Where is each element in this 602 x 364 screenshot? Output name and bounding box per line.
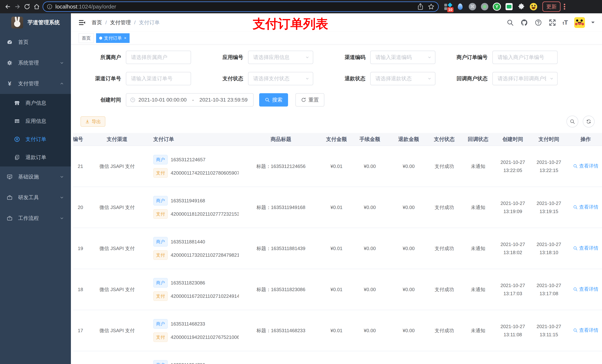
sidebar-item-pay-order[interactable]: 支付订单 bbox=[0, 130, 71, 148]
sidebar-item-payment[interactable]: ¥ 支付管理 bbox=[0, 73, 71, 94]
col-order: 支付订单 bbox=[148, 136, 239, 143]
cell-refund: ¥0.00 bbox=[390, 287, 428, 292]
url-text[interactable]: localhost:1024/pay/order bbox=[55, 3, 413, 10]
table-header: 编号 支付渠道 支付订单 商品标题 支付金额 手续金额 退款金额 支付状态 回调… bbox=[73, 133, 602, 146]
merchant-input[interactable] bbox=[126, 51, 191, 64]
cell-actions: 查看详情 bbox=[567, 163, 602, 170]
app-select[interactable] bbox=[248, 51, 313, 64]
cell-id: 21 bbox=[73, 164, 86, 169]
cell-actions: 查看详情 bbox=[567, 286, 602, 293]
cell-paid-time: 2021-10-2713:17:08 bbox=[530, 281, 567, 298]
url-bar[interactable]: localhost:1024/pay/order bbox=[43, 1, 439, 12]
channel-order-no: 4200001194202110276752100612 bbox=[171, 334, 239, 340]
col-refund: 退款金额 bbox=[390, 136, 428, 143]
share-icon[interactable] bbox=[417, 3, 424, 10]
table-row: 20 微信 JSAPI 支付 商户 1635311949168 支付 42000… bbox=[73, 187, 602, 228]
cell-fee: ¥0.00 bbox=[350, 205, 390, 210]
magnifier-icon bbox=[573, 287, 578, 292]
chevron-down-icon bbox=[59, 216, 64, 221]
view-detail-link[interactable]: 查看详情 bbox=[573, 204, 599, 210]
reload-icon[interactable] bbox=[22, 2, 32, 11]
channel-code-select[interactable] bbox=[370, 51, 435, 64]
cell-pay-status: 支付成功 bbox=[428, 286, 461, 293]
tag-home[interactable]: 首页 bbox=[79, 33, 94, 43]
briefcase-icon bbox=[7, 195, 13, 200]
chevron-down-icon bbox=[59, 174, 64, 179]
merchant-tag: 商户 bbox=[153, 237, 168, 247]
sidebar-item-merchant-info[interactable]: 商户信息 bbox=[0, 94, 71, 112]
col-amount: 支付金额 bbox=[323, 136, 350, 143]
merchant-tag: 商户 bbox=[153, 319, 168, 329]
channel-order-input[interactable] bbox=[126, 72, 191, 85]
breadcrumb-pay-order: 支付订单 bbox=[139, 19, 160, 26]
cell-pay-status: 支付成功 bbox=[428, 245, 461, 252]
close-icon[interactable]: × bbox=[124, 36, 127, 41]
sidebar-item-app-info[interactable]: 应用信息 bbox=[0, 112, 71, 130]
profile-avatar-icon[interactable] bbox=[529, 3, 538, 11]
create-time-range-picker[interactable]: 2021-10-01 00:00:00 - 2021-10-31 23:59:5… bbox=[126, 93, 254, 106]
magnifier-icon bbox=[573, 246, 578, 251]
back-icon[interactable] bbox=[3, 2, 13, 11]
breadcrumb-home[interactable]: 首页 bbox=[92, 19, 102, 26]
gear-icon bbox=[7, 60, 13, 66]
view-detail-link[interactable]: 查看详情 bbox=[573, 286, 599, 292]
cell-pay-channel: 微信 JSAPI 支付 bbox=[86, 204, 148, 211]
show-search-button[interactable] bbox=[567, 116, 578, 127]
notify-status-select[interactable] bbox=[492, 72, 558, 85]
magnifier-icon bbox=[573, 164, 578, 168]
cell-product-title: 标题：1635311949168 bbox=[239, 204, 323, 211]
bookmark-star-icon[interactable] bbox=[428, 3, 435, 10]
search-button[interactable]: 搜索 bbox=[259, 93, 288, 106]
export-button[interactable]: 导出 bbox=[81, 116, 105, 127]
navbar: 首页 / 支付管理 / 支付订单 支付订单列表 bbox=[71, 13, 602, 32]
refresh-button[interactable] bbox=[583, 116, 595, 127]
sidebar-item-refund-order[interactable]: 退款订单 bbox=[0, 148, 71, 166]
clock-icon bbox=[130, 97, 136, 103]
sidebar-fold-icon[interactable] bbox=[78, 19, 86, 26]
extension-chat-icon[interactable] bbox=[505, 3, 513, 11]
sidebar-item-workflow[interactable]: 工作流程 bbox=[0, 208, 71, 229]
sidebar-item-system[interactable]: 系统管理 bbox=[0, 52, 71, 73]
sidebar-item-infrastructure[interactable]: 基础设施 bbox=[0, 166, 71, 187]
update-button[interactable]: 更新 bbox=[542, 1, 560, 12]
github-icon[interactable] bbox=[520, 19, 528, 26]
cell-created-time: 2021-10-2713:17:03 bbox=[495, 281, 530, 298]
magnifier-icon bbox=[573, 328, 578, 333]
breadcrumb-payment[interactable]: 支付管理 bbox=[110, 19, 131, 26]
forward-icon[interactable] bbox=[13, 2, 22, 11]
pay-status-select[interactable] bbox=[248, 72, 313, 85]
extensions-puzzle-icon[interactable] bbox=[517, 3, 525, 11]
breadcrumb: 首页 / 支付管理 / 支付订单 bbox=[92, 19, 160, 26]
user-avatar[interactable] bbox=[574, 17, 585, 28]
cell-pay-order: 商户 1635311823086 支付 42000011672021102710… bbox=[148, 278, 239, 301]
extension-command-icon[interactable]: ⌘ bbox=[468, 3, 476, 11]
fullscreen-icon[interactable] bbox=[548, 19, 556, 26]
font-size-icon[interactable]: tT bbox=[563, 19, 568, 26]
site-info-icon[interactable] bbox=[46, 3, 53, 10]
tag-pay-order[interactable]: 支付订单 × bbox=[96, 33, 129, 43]
view-detail-link[interactable]: 查看详情 bbox=[573, 245, 599, 251]
view-detail-link[interactable]: 查看详情 bbox=[573, 327, 599, 333]
extension-y-icon[interactable]: Y bbox=[493, 3, 501, 11]
col-actions: 操作 bbox=[567, 136, 602, 143]
cell-pay-channel: 微信 JSAPI 支付 bbox=[86, 327, 148, 334]
cell-paid-time: 2021-10-2713:18:10 bbox=[530, 240, 567, 257]
help-icon[interactable] bbox=[534, 19, 542, 26]
reset-button[interactable]: 重置 bbox=[295, 93, 324, 106]
refund-status-select[interactable] bbox=[370, 72, 435, 85]
extension-diamond-icon[interactable]: 10 bbox=[444, 3, 452, 11]
yen-circle-icon bbox=[14, 136, 20, 142]
browser-menu-icon[interactable]: ••• bbox=[563, 3, 566, 10]
merchant-tag: 商户 bbox=[153, 278, 168, 288]
home-icon[interactable] bbox=[32, 2, 42, 11]
view-detail-link[interactable]: 查看详情 bbox=[573, 163, 599, 169]
merchant-order-input[interactable] bbox=[492, 51, 558, 64]
search-icon[interactable] bbox=[506, 19, 514, 26]
merchant-order-no: 1635311881440 bbox=[171, 239, 205, 245]
col-channel: 支付渠道 bbox=[86, 136, 148, 143]
extension-dot-icon[interactable] bbox=[481, 3, 489, 11]
avatar-caret-icon[interactable] bbox=[591, 22, 595, 25]
sidebar-item-dev-tools[interactable]: 研发工具 bbox=[0, 187, 71, 208]
extension-balloon-icon[interactable] bbox=[456, 3, 464, 11]
sidebar-item-home[interactable]: 首页 bbox=[0, 32, 71, 52]
